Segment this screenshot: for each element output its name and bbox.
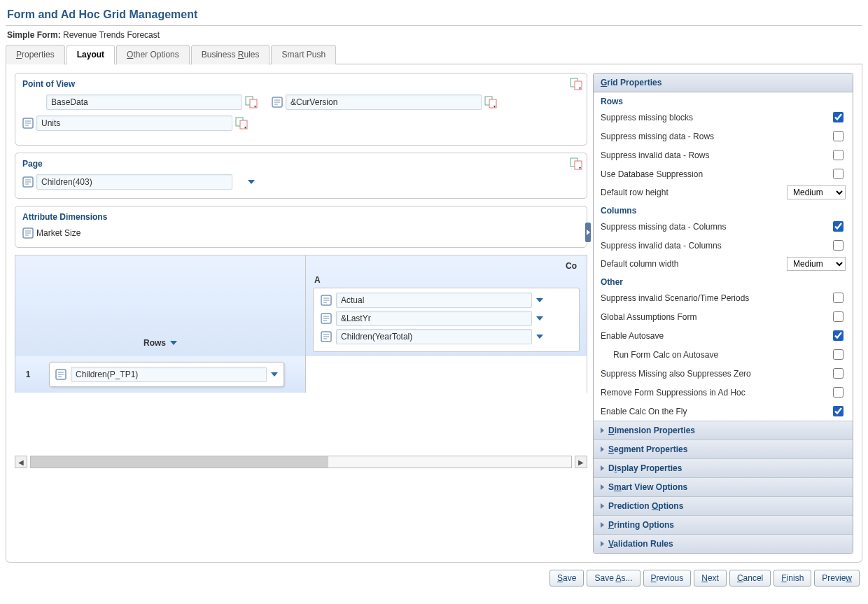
tab-properties[interactable]: Properties (6, 45, 65, 64)
accordion-printing-options[interactable]: Printing Options (594, 515, 853, 534)
scroll-left-button[interactable]: ◀ (15, 456, 27, 468)
row-number: 1 (21, 370, 35, 379)
default-col-width-select[interactable]: Medium (787, 257, 846, 271)
suppress-missing-cols-checkbox[interactable] (833, 221, 844, 232)
chevron-right-icon (601, 541, 604, 547)
horizontal-scrollbar[interactable]: ◀ ▶ (15, 456, 587, 468)
pov-curversion-input[interactable]: &CurVersion (286, 94, 482, 110)
pov-units-input[interactable]: Units (36, 115, 232, 131)
run-form-calc-checkbox[interactable] (833, 349, 844, 360)
default-row-height-select[interactable]: Medium (787, 185, 846, 199)
previous-button[interactable]: Previous (643, 570, 692, 587)
chevron-right-icon (601, 447, 604, 452)
enable-autosave-checkbox[interactable] (833, 330, 844, 341)
pov-basedata-input[interactable]: BaseData (46, 94, 242, 110)
row-member-dropdown-icon[interactable] (271, 372, 278, 377)
form-name-label: Simple Form: (7, 30, 61, 40)
suppress-missing-rows-checkbox[interactable] (833, 131, 844, 141)
suppress-invalid-cols-checkbox[interactable] (833, 240, 844, 251)
grid-corner: Rows (15, 255, 306, 356)
accordion-smart-view-options[interactable]: Smart View Options (594, 477, 853, 496)
accordion-validation-rules[interactable]: Validation Rules (594, 534, 853, 553)
suppress-invalid-scenario-checkbox[interactable] (833, 293, 844, 303)
dimension-icon[interactable] (22, 118, 34, 129)
attribute-market-size[interactable]: Market Size (36, 228, 80, 238)
pov-basedata-selector-icon[interactable] (245, 96, 258, 108)
suppress-missing-zero-label: Suppress Missing also Suppresses Zero (601, 369, 751, 379)
tab-other-options[interactable]: Other Options (116, 45, 190, 64)
enable-calc-on-fly-checkbox[interactable] (833, 406, 844, 416)
save-as-button[interactable]: Save As... (587, 570, 640, 587)
col-member-lastyr[interactable]: &LastYr (336, 311, 532, 326)
column-a-header[interactable]: A (313, 272, 580, 288)
page-member-input[interactable]: Children(403) (36, 174, 232, 190)
columns-label: Co (313, 260, 580, 272)
col-member-yeartotal[interactable]: Children(YearTotal) (336, 329, 532, 344)
suppress-missing-blocks-checkbox[interactable] (833, 112, 844, 122)
pov-curversion-selector-icon[interactable] (484, 96, 497, 108)
pov-panel: Point of View BaseData &CurVersion (15, 73, 587, 146)
grid-properties-header[interactable]: Grid Properties (594, 73, 853, 92)
rows-dropdown-icon[interactable] (170, 341, 177, 345)
pov-properties-icon[interactable] (570, 78, 582, 90)
accordion-prediction-options[interactable]: Prediction Options (594, 496, 853, 515)
accordion-dimension-properties[interactable]: Dimension Properties (594, 421, 853, 440)
accordion-segment-properties[interactable]: Segment Properties (594, 440, 853, 458)
run-form-calc-label: Run Form Calc on Autosave (613, 350, 718, 360)
svg-rect-1 (575, 81, 582, 90)
tab-business-rules[interactable]: Business Rules (191, 45, 270, 64)
use-db-suppression-label: Use Database Suppression (601, 169, 703, 179)
col-member-actual[interactable]: Actual (336, 293, 532, 308)
next-button[interactable]: Next (694, 570, 727, 587)
splitter-handle[interactable] (585, 223, 591, 242)
grid-properties-panel: Grid Properties Rows Suppress missing bl… (593, 73, 853, 554)
dimension-icon[interactable] (321, 313, 332, 324)
scroll-track[interactable] (30, 456, 572, 468)
cancel-button[interactable]: Cancel (729, 570, 771, 587)
page-properties-icon[interactable] (570, 157, 582, 170)
suppress-missing-zero-checkbox[interactable] (833, 368, 844, 379)
row-member-input[interactable]: Children(P_TP1) (71, 367, 267, 382)
preview-button[interactable]: Preview (814, 570, 860, 587)
suppress-invalid-scenario-label: Suppress invalid Scenario/Time Periods (601, 293, 749, 303)
suppress-invalid-cols-label: Suppress invalid data - Columns (601, 241, 722, 251)
suppress-invalid-rows-checkbox[interactable] (833, 150, 844, 160)
scroll-thumb[interactable] (31, 456, 328, 468)
dimension-icon[interactable] (321, 331, 332, 342)
col-member-dropdown-icon[interactable] (536, 298, 543, 302)
remove-form-suppressions-checkbox[interactable] (833, 387, 844, 398)
global-assumptions-checkbox[interactable] (833, 311, 844, 322)
remove-form-suppressions-label: Remove Form Suppressions in Ad Hoc (601, 388, 746, 398)
default-row-height-label: Default row height (601, 188, 668, 197)
attribute-title: Attribute Dimensions (22, 212, 107, 222)
dimension-icon[interactable] (321, 295, 332, 306)
attribute-panel: Attribute Dimensions Market Size (15, 206, 587, 248)
chevron-right-icon (601, 484, 604, 490)
use-db-suppression-checkbox[interactable] (833, 169, 844, 179)
page-dropdown-icon[interactable] (248, 180, 255, 184)
dimension-icon[interactable] (55, 369, 66, 380)
col-member-dropdown-icon[interactable] (536, 316, 543, 321)
form-name-value: Revenue Trends Forecast (63, 30, 160, 40)
rows-section-head: Rows (594, 92, 853, 108)
page-title: Form and Ad Hoc Grid Management (6, 6, 862, 26)
svg-rect-12 (240, 120, 247, 129)
finish-button[interactable]: Finish (774, 570, 811, 587)
scroll-right-button[interactable]: ▶ (575, 456, 587, 468)
col-member-dropdown-icon[interactable] (536, 335, 543, 339)
dimension-icon[interactable] (272, 97, 283, 108)
accordion-display-properties[interactable]: Display Properties (594, 458, 853, 477)
global-assumptions-label: Global Assumptions Form (601, 312, 696, 322)
pov-units-selector-icon[interactable] (235, 117, 248, 129)
other-section-head: Other (594, 273, 853, 288)
tab-layout[interactable]: Layout (66, 45, 115, 64)
dimension-icon[interactable] (22, 176, 34, 188)
chevron-right-icon (601, 522, 604, 528)
save-button[interactable]: Save (550, 570, 584, 587)
tab-smart-push[interactable]: Smart Push (271, 45, 336, 64)
pov-title: Point of View (22, 79, 75, 89)
dimension-icon[interactable] (22, 227, 34, 239)
suppress-missing-rows-label: Suppress missing data - Rows (601, 132, 714, 141)
suppress-invalid-rows-label: Suppress invalid data - Rows (601, 150, 709, 160)
suppress-missing-cols-label: Suppress missing data - Columns (601, 222, 726, 232)
